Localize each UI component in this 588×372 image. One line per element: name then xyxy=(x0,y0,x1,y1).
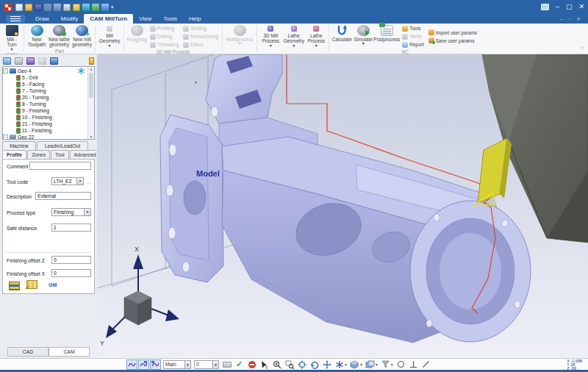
scroll-thumb[interactable] xyxy=(89,73,93,98)
ribbon-collapse-button[interactable]: ^ xyxy=(581,45,584,51)
simulation-icon[interactable] xyxy=(26,57,35,65)
simulate-button[interactable]: Simulate▾ xyxy=(353,24,373,49)
machine-display-icon[interactable] xyxy=(3,57,11,65)
finishing-offset-x-input[interactable] xyxy=(51,269,91,277)
zoom-fit-icon[interactable] xyxy=(296,360,307,370)
zoom-in-icon[interactable] xyxy=(271,360,282,370)
rotate-view-icon[interactable] xyxy=(309,360,320,370)
shading-mode-icon[interactable] xyxy=(349,360,360,370)
tab-modify[interactable]: Modify xyxy=(55,14,85,24)
new-document-icon[interactable] xyxy=(15,4,23,11)
chevron-down-icon[interactable]: ▼ xyxy=(184,361,190,368)
tree-operation[interactable]: 6 - Facing xyxy=(16,81,95,87)
toolpath-display-toggle-2[interactable] xyxy=(138,360,149,370)
chevron-down-icon[interactable]: ▼ xyxy=(212,361,218,368)
minimize-button[interactable]: – xyxy=(556,4,559,10)
mill-geometry-button[interactable]: Mill Geometry▾ xyxy=(97,24,122,48)
filter-display-icon[interactable] xyxy=(380,360,391,370)
layers-icon[interactable] xyxy=(365,360,376,370)
link-icon[interactable] xyxy=(92,4,99,11)
print-icon[interactable] xyxy=(63,4,71,11)
options-icon[interactable] xyxy=(38,57,46,65)
description-input[interactable] xyxy=(35,192,91,200)
tool-table-icon[interactable] xyxy=(50,57,58,65)
circle-snap-icon[interactable] xyxy=(395,360,406,370)
maximize-button[interactable]: ▢ xyxy=(566,4,573,10)
tab-draw[interactable]: Draw xyxy=(29,14,55,24)
tab-cad[interactable]: CAD xyxy=(7,347,49,357)
apply-params-icon[interactable] xyxy=(26,280,37,289)
postprocess-button[interactable]: Postprocess xyxy=(373,24,400,49)
safe-distance-input[interactable] xyxy=(51,223,91,232)
mdi-minimize-button[interactable]: – xyxy=(560,16,563,22)
report-button[interactable]: Report xyxy=(400,40,426,49)
scroll-up-icon[interactable]: ▲ xyxy=(88,67,94,71)
collapse-expander-icon[interactable]: − xyxy=(3,135,8,140)
chevron-down-icon[interactable]: ▼ xyxy=(359,362,363,367)
tab-advanced[interactable]: Advanced xyxy=(70,150,101,159)
new-mill-geometry-button[interactable]: New mill geometry xyxy=(71,24,93,48)
filter-icon[interactable] xyxy=(15,57,23,65)
qat-menu-caret-icon[interactable]: ▾ xyxy=(111,4,114,10)
tab-cam-millturn[interactable]: CAM MillTurn xyxy=(84,14,133,24)
gcode-badge[interactable]: GM xyxy=(49,282,57,287)
line-snap-icon[interactable] xyxy=(420,360,431,370)
tab-help[interactable]: Help xyxy=(183,14,207,24)
tree-operation[interactable]: 20 - Turning xyxy=(16,94,95,101)
mdi-close-button[interactable]: ✕ xyxy=(576,16,581,22)
new-lathe-geometry-button[interactable]: New lathe geometry xyxy=(48,24,71,48)
chevron-down-icon[interactable]: ▼ xyxy=(375,362,379,367)
tab-leadin-leadout[interactable]: Leadin/LeadOut xyxy=(37,141,88,150)
tab-tool[interactable]: Tool xyxy=(51,150,68,159)
tab-machine[interactable]: Machine xyxy=(2,141,36,150)
abort-icon[interactable] xyxy=(246,360,257,370)
tab-tools[interactable]: Tools xyxy=(157,14,183,24)
collapse-expander-icon[interactable]: − xyxy=(3,68,8,74)
confirm-icon[interactable]: ✓ xyxy=(234,360,245,370)
tree-node-geo4[interactable]: − Geo 4 xyxy=(3,68,85,74)
mill-turn-button[interactable]: Mill - Turn▾ xyxy=(1,24,22,51)
copy-icon[interactable] xyxy=(73,4,80,11)
tree-operation[interactable]: 21 - Finishing xyxy=(16,121,95,127)
redo-icon[interactable] xyxy=(54,4,61,11)
tool-code-select[interactable]: LTH_E2 ▼ xyxy=(51,177,84,185)
pin-icon[interactable] xyxy=(89,57,94,65)
scroll-down-icon[interactable]: ▼ xyxy=(88,135,94,139)
open-document-icon[interactable] xyxy=(25,4,32,11)
save-icon[interactable] xyxy=(35,4,42,11)
chevron-down-icon[interactable]: ▼ xyxy=(84,209,90,215)
tree-node-geo22[interactable]: − Geo 22 xyxy=(3,134,85,140)
tree-operation[interactable]: 8 - Turning xyxy=(16,101,95,107)
lathe-geometry-button[interactable]: Lathe Geometry▾ xyxy=(282,24,305,48)
perpendicular-snap-icon[interactable] xyxy=(408,360,419,370)
process-type-select[interactable]: Finishing ▼ xyxy=(51,208,91,216)
close-button[interactable]: ✕ xyxy=(578,4,584,10)
zoom-window-icon[interactable] xyxy=(284,360,295,370)
finishing-offset-z-input[interactable] xyxy=(51,256,91,264)
tools-button[interactable]: Tools xyxy=(400,24,426,32)
display-options-icon[interactable] xyxy=(334,360,345,370)
pan-view-icon[interactable] xyxy=(321,360,332,370)
chevron-down-icon[interactable]: ▼ xyxy=(76,178,83,185)
chevron-down-icon[interactable]: ▼ xyxy=(344,362,348,367)
chevron-down-icon[interactable]: ▼ xyxy=(390,362,394,367)
toolpath-display-toggle-1[interactable] xyxy=(126,360,137,370)
toolpath-display-toggle-3[interactable] xyxy=(150,360,161,370)
tool-table-shortcut-icon[interactable] xyxy=(9,282,20,290)
send-icon[interactable] xyxy=(101,4,109,11)
tree-operation[interactable]: 5 - Drill xyxy=(16,74,95,81)
tool-code-browse-button[interactable]: ... xyxy=(86,179,90,185)
tree-operation[interactable]: 11 - Finishing xyxy=(16,127,95,134)
comment-input[interactable] xyxy=(29,162,91,170)
mdi-restore-button[interactable]: ▫ xyxy=(569,16,570,22)
import-user-params-button[interactable]: Import user params xyxy=(426,29,479,37)
tree-operation[interactable]: 7 - Turning xyxy=(16,87,95,94)
coordinate-system-select[interactable]: Main ▼ xyxy=(163,360,191,369)
lathe-process-button[interactable]: Lathe Process▾ xyxy=(305,24,327,48)
new-toolpath-button[interactable]: New Toolpath xyxy=(26,24,48,48)
tree-operation[interactable]: 10 - Finishing xyxy=(16,114,95,121)
keyboard-input-icon[interactable] xyxy=(221,360,232,370)
tab-cam[interactable]: CAM xyxy=(49,347,90,357)
save-user-params-button[interactable]: Save user params xyxy=(426,37,479,45)
settings-icon[interactable] xyxy=(82,4,90,11)
